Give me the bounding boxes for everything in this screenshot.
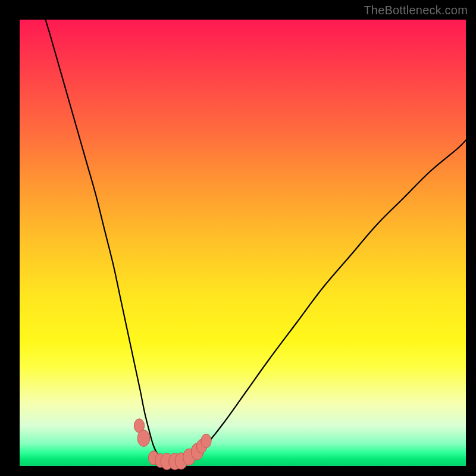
chart-frame: TheBottleneck.com — [0, 0, 476, 476]
curve-markers — [134, 419, 211, 470]
data-marker — [201, 434, 211, 447]
watermark-text: TheBottleneck.com — [364, 4, 468, 17]
chart-svg — [20, 20, 466, 466]
data-marker — [137, 430, 150, 447]
bottleneck-curve — [46, 20, 466, 462]
chart-plot-area — [20, 20, 466, 466]
